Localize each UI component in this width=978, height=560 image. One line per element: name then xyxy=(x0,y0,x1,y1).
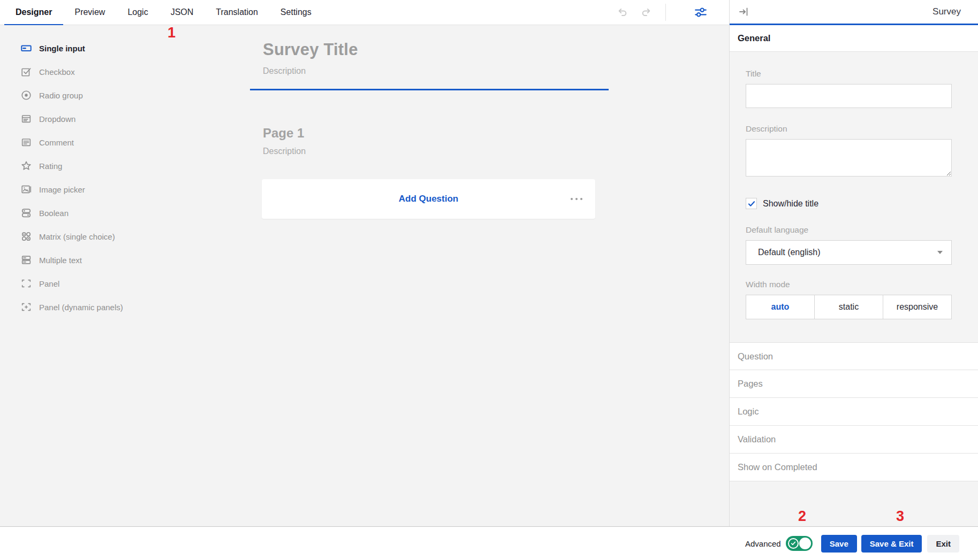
checkbox-icon xyxy=(20,66,32,78)
toolbox-item-panel[interactable]: Panel xyxy=(0,272,139,295)
width-mode-responsive[interactable]: responsive xyxy=(883,295,952,319)
page-header-block[interactable]: Page 1 Description xyxy=(250,126,306,156)
collapse-panel-icon[interactable] xyxy=(737,5,751,19)
survey-description[interactable]: Description xyxy=(263,66,609,76)
toolbox-item-label: Panel xyxy=(39,279,59,288)
survey-title[interactable]: Survey Title xyxy=(263,40,609,59)
matrix-icon xyxy=(20,231,32,242)
advanced-toggle[interactable] xyxy=(786,536,813,551)
tab-settings[interactable]: Settings xyxy=(269,0,323,25)
title-field-label: Title xyxy=(746,69,951,79)
width-mode-static[interactable]: static xyxy=(815,295,883,319)
toolbox-item-label: Comment xyxy=(39,138,74,147)
section-question[interactable]: Question xyxy=(730,342,978,370)
survey-header-block[interactable]: Survey Title Description xyxy=(250,40,609,90)
toggle-knob xyxy=(799,538,811,549)
toolbox-item-label: Matrix (single choice) xyxy=(39,232,115,241)
advanced-label: Advanced xyxy=(745,539,781,548)
tab-preview[interactable]: Preview xyxy=(63,0,116,25)
survey-title-input[interactable] xyxy=(746,84,952,108)
annotation-1: 1 xyxy=(168,26,176,40)
toolbox-item-label: Image picker xyxy=(39,185,85,194)
toolbox-item-label: Multiple text xyxy=(39,256,82,265)
ellipsis-menu-icon[interactable] xyxy=(570,195,583,203)
tab-designer[interactable]: Designer xyxy=(4,0,63,25)
topbar-divider xyxy=(665,4,666,21)
collapsed-sections: Question Pages Logic Validation Show on … xyxy=(730,342,978,481)
toolbox-item-multiple-text[interactable]: Multiple text xyxy=(0,248,139,272)
toolbox-item-boolean[interactable]: Boolean xyxy=(0,201,139,225)
toolbox-item-label: Rating xyxy=(39,162,62,171)
section-show-on-completed[interactable]: Show on Completed xyxy=(730,454,978,481)
default-language-select[interactable]: Default (english) xyxy=(746,240,952,265)
tab-json[interactable]: JSON xyxy=(160,0,205,25)
image-picker-icon xyxy=(20,183,32,195)
comment-icon xyxy=(20,136,32,148)
toolbox-item-label: Radio group xyxy=(39,91,83,100)
toolbox-item-checkbox[interactable]: Checkbox xyxy=(0,60,139,83)
panel-icon xyxy=(20,278,32,289)
empty-page-card: Add Question xyxy=(262,179,595,219)
save-button[interactable]: Save xyxy=(821,535,857,553)
show-hide-title-row[interactable]: Show/hide title xyxy=(746,198,951,209)
section-validation[interactable]: Validation xyxy=(730,426,978,454)
top-tab-bar: Designer Preview Logic JSON Translation … xyxy=(0,0,729,25)
toolbox-item-dropdown[interactable]: Dropdown xyxy=(0,107,139,131)
toggle-check-icon xyxy=(788,538,799,549)
toolbox-item-label: Panel (dynamic panels) xyxy=(39,303,123,312)
creator-settings-sliders-icon[interactable] xyxy=(694,5,708,19)
page-description[interactable]: Description xyxy=(263,147,306,156)
default-language-value: Default (english) xyxy=(758,248,821,257)
width-mode-label: Width mode xyxy=(746,280,951,289)
default-language-label: Default language xyxy=(746,225,951,235)
view-tabs: Designer Preview Logic JSON Translation … xyxy=(0,0,323,25)
show-hide-title-label: Show/hide title xyxy=(763,199,818,209)
boolean-toggle-icon xyxy=(20,207,32,219)
multiple-text-icon xyxy=(20,254,32,266)
redo-icon[interactable] xyxy=(640,5,654,19)
toolbox-item-label: Dropdown xyxy=(39,114,75,124)
section-general[interactable]: General xyxy=(730,25,978,52)
section-logic[interactable]: Logic xyxy=(730,398,978,426)
toolbox-item-label: Checkbox xyxy=(39,67,75,76)
panel-tab-survey[interactable]: Survey xyxy=(932,6,961,17)
show-hide-title-checkbox[interactable] xyxy=(746,198,757,209)
general-section-body: Title Description Show/hide title Defaul… xyxy=(730,52,978,319)
annotation-2: 2 xyxy=(798,509,806,524)
design-canvas: Single input Checkbox Radio group xyxy=(0,25,729,526)
section-pages[interactable]: Pages xyxy=(730,370,978,398)
add-question-button[interactable]: Add Question xyxy=(399,194,458,204)
rating-star-icon xyxy=(20,160,32,172)
footer-bar: Advanced Save Save & Exit Exit xyxy=(0,526,978,560)
topbar-actions xyxy=(615,0,729,25)
panel-dynamic-icon xyxy=(20,301,32,313)
dropdown-icon xyxy=(20,113,32,125)
survey-description-textarea[interactable] xyxy=(746,139,952,177)
toolbox-item-comment[interactable]: Comment xyxy=(0,131,139,154)
chevron-down-icon xyxy=(937,251,943,254)
page-title[interactable]: Page 1 xyxy=(263,126,306,141)
toolbox: Single input Checkbox Radio group xyxy=(0,36,139,319)
annotation-3: 3 xyxy=(896,509,904,524)
save-and-exit-button[interactable]: Save & Exit xyxy=(861,535,922,553)
toolbox-item-panel-dynamic[interactable]: Panel (dynamic panels) xyxy=(0,295,139,319)
property-panel: Survey General Title Description Show/hi… xyxy=(729,0,978,526)
description-field-label: Description xyxy=(746,124,951,134)
exit-button[interactable]: Exit xyxy=(927,535,959,553)
survey-creator-app: Designer Preview Logic JSON Translation … xyxy=(0,0,978,560)
property-panel-header: Survey xyxy=(730,0,978,25)
width-mode-segmented: auto static responsive xyxy=(746,295,952,319)
toolbox-item-rating[interactable]: Rating xyxy=(0,154,139,178)
toolbox-item-radio-group[interactable]: Radio group xyxy=(0,83,139,107)
toolbox-item-single-input[interactable]: Single input xyxy=(0,36,139,60)
tab-logic[interactable]: Logic xyxy=(116,0,159,25)
single-input-icon xyxy=(20,42,32,54)
toolbox-item-label: Single input xyxy=(39,44,85,53)
tab-translation[interactable]: Translation xyxy=(204,0,269,25)
undo-icon[interactable] xyxy=(615,5,629,19)
radio-group-icon xyxy=(20,89,32,101)
toolbox-item-matrix-single-choice[interactable]: Matrix (single choice) xyxy=(0,225,139,248)
toolbox-item-label: Boolean xyxy=(39,209,69,218)
toolbox-item-image-picker[interactable]: Image picker xyxy=(0,178,139,201)
width-mode-auto[interactable]: auto xyxy=(746,295,815,319)
